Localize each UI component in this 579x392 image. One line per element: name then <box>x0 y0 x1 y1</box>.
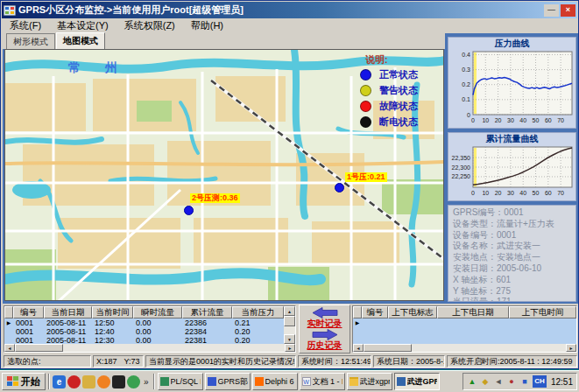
scroll-right-icon[interactable]: ► <box>566 344 576 352</box>
task-buttons: PL/SQL Dev... GPRS部分.... Delphi 6 W 文档 1… <box>158 373 460 390</box>
firebird-icon[interactable] <box>97 375 110 388</box>
legend-label-warning: 警告状态 <box>379 84 418 97</box>
selector-column-header <box>4 306 13 318</box>
column-header[interactable]: 当前压力 <box>232 306 284 318</box>
history-records-button[interactable]: 历史记录 <box>307 329 342 351</box>
volume-icon[interactable]: ◄ <box>493 376 504 387</box>
table-cell: 12:40 <box>92 327 133 336</box>
language-indicator[interactable]: CH <box>533 375 547 388</box>
tray-clock[interactable]: 12:51 <box>549 377 573 387</box>
menu-permissions[interactable]: 系统权限(Z) <box>117 18 183 33</box>
power-events-table: 编号上下电标志上下电日期上下电时间 ▶ ◄ ► <box>352 305 577 353</box>
svg-text:40: 40 <box>519 190 526 196</box>
minimize-button[interactable]: — <box>544 4 559 17</box>
menu-system[interactable]: 系统(F) <box>2 18 49 33</box>
power-table-header: 编号上下电标志上下电日期上下电时间 <box>353 306 576 318</box>
hscroll-thumb[interactable] <box>364 344 412 352</box>
svg-text:50: 50 <box>533 117 540 123</box>
table-cell: 0.20 <box>232 327 284 336</box>
legend-label-power-off: 断电状态 <box>379 116 418 129</box>
close-button[interactable]: × <box>561 4 575 17</box>
horizontal-scrollbar[interactable]: ◄ ► <box>4 344 295 352</box>
word-doc-icon: W <box>302 377 311 386</box>
menu-help[interactable]: 帮助(H) <box>183 18 231 33</box>
svg-text:0.2: 0.2 <box>462 81 470 88</box>
task-word-doc[interactable]: W 文档 1 - Mic... <box>300 373 345 390</box>
scroll-down-icon[interactable]: ▼ <box>284 334 295 344</box>
table-row[interactable]: ▶00012005-08-1112:500.00223860.21 <box>4 318 284 327</box>
scroll-left-icon[interactable]: ◄ <box>353 344 364 352</box>
network-status-icon[interactable]: ▲ <box>467 376 477 387</box>
table-cell: 0001 <box>13 327 44 336</box>
column-header[interactable]: 上下电标志 <box>388 306 437 318</box>
svg-text:40: 40 <box>519 117 526 123</box>
client-area: 树形模式 地图模式 <box>3 33 578 304</box>
city-map[interactable]: 常 州 说明: 正常状态 警告状态 故障状态 断电状态 <box>4 49 444 301</box>
tab-map-mode[interactable]: 地图模式 <box>56 32 105 50</box>
app-window: GPRS小区分布监控->当前使用用户root[超级管理员] — × 系统(F) … <box>0 0 579 369</box>
scroll-up-icon[interactable]: ▲ <box>284 306 295 316</box>
antivirus-icon[interactable]: ● <box>506 376 517 387</box>
column-header[interactable]: 当前日期 <box>44 306 92 318</box>
device-info-panel: GPRS编号：0001 设备类型：流量计+压力表 设备编号：0001 设备名称：… <box>448 205 576 302</box>
station-marker-1[interactable] <box>335 183 344 192</box>
svg-text:10: 10 <box>482 117 489 123</box>
svg-text:20: 20 <box>495 117 502 123</box>
station-label-1[interactable]: 1号压:0.21 <box>345 172 387 182</box>
scroll-left-icon[interactable]: ◄ <box>4 344 15 352</box>
taskbar-divider <box>48 374 50 389</box>
column-header[interactable]: 编号 <box>13 306 44 318</box>
station-marker-2[interactable] <box>184 206 194 215</box>
table-row[interactable]: 00012005-08-1112:300.00223810.20 <box>4 336 284 344</box>
column-header[interactable]: 当前时间 <box>92 306 133 318</box>
table-cell: 0001 <box>13 318 44 327</box>
column-header[interactable]: 编号 <box>362 306 388 318</box>
table-row[interactable]: 00012005-08-1112:400.00223840.20 <box>4 327 284 336</box>
media-player-icon[interactable] <box>67 375 81 388</box>
quick-launch-overflow-icon[interactable]: » <box>142 377 151 387</box>
pressure-chart-title: 压力曲线 <box>448 38 575 49</box>
menu-basic-settings[interactable]: 基本设定(Y) <box>49 18 117 33</box>
realtime-records-button[interactable]: 实时记录 <box>307 307 342 329</box>
scroll-right-icon[interactable]: ► <box>285 344 295 352</box>
history-records-label[interactable]: 历史记录 <box>307 340 342 351</box>
column-header[interactable]: 上下电时间 <box>509 306 576 318</box>
row-selector-icon: ▶ <box>353 318 362 327</box>
task-folder-wujin[interactable]: 武进xgprs <box>347 373 392 390</box>
statusbar: 选取的点: X:187 Y:73 当前显示的是0001的实时和历史记录情况! 系… <box>3 354 578 368</box>
realtime-table-body[interactable]: ▶00012005-08-1112:500.00223860.210001200… <box>4 318 284 344</box>
browser-globe-icon[interactable] <box>127 375 140 388</box>
legend-dot-fault-icon <box>360 101 371 112</box>
tab-tree-mode[interactable]: 树形模式 <box>6 33 55 49</box>
notes-icon[interactable] <box>82 375 95 388</box>
start-button[interactable]: 开始 <box>2 373 46 390</box>
update-icon[interactable]: ◆ <box>480 376 491 387</box>
power-table-body[interactable]: ▶ <box>353 318 576 344</box>
task-plsql[interactable]: PL/SQL Dev... <box>158 373 203 390</box>
realtime-records-label[interactable]: 实时记录 <box>307 318 342 329</box>
qq-icon[interactable] <box>112 375 125 388</box>
vscroll-thumb[interactable] <box>284 316 295 326</box>
svg-text:0.1: 0.1 <box>462 96 470 102</box>
column-header[interactable]: 瞬时流量 <box>133 306 182 318</box>
horizontal-scrollbar[interactable]: ◄ ► <box>353 344 576 352</box>
column-header[interactable]: 上下电日期 <box>437 306 509 318</box>
table-cell: 12:50 <box>92 318 133 327</box>
task-gprs-doc[interactable]: GPRS部分.... <box>205 373 251 390</box>
info-x-coord: X 轴坐标：601 <box>453 275 575 286</box>
row-selector-icon: ▶ <box>4 318 13 327</box>
status-system-time: 系统时间：12:51:49 <box>298 355 371 368</box>
task-wujin-gprs-active[interactable]: 武进GPRS... <box>394 373 440 390</box>
messenger-icon[interactable]: ■ <box>519 376 530 387</box>
hscroll-thumb[interactable] <box>15 344 63 352</box>
column-header[interactable]: 累计流量 <box>182 306 232 318</box>
legend-item-power-off: 断电状态 <box>360 114 443 130</box>
vertical-scrollbar[interactable]: ▲ ▼ <box>284 306 295 344</box>
table-row[interactable]: ▶ <box>353 318 576 327</box>
task-delphi[interactable]: Delphi 6 <box>252 373 298 390</box>
delphi-flame-icon <box>255 377 264 386</box>
station-label-2[interactable]: 2号压测:0.36 <box>190 193 240 203</box>
ie-icon[interactable]: e <box>53 375 66 388</box>
right-arrow-icon <box>312 329 338 340</box>
right-panel: 压力曲线 00.10.20.30.4010203040506070 累计流量曲线… <box>446 33 578 304</box>
